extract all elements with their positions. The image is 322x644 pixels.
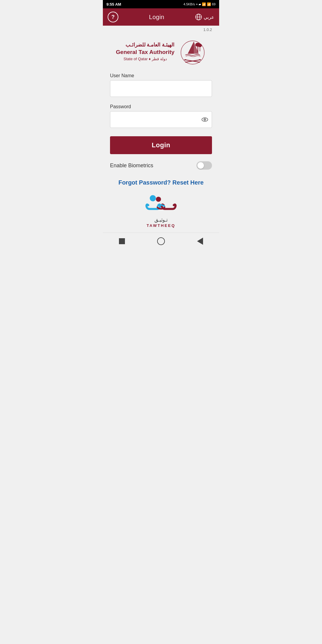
logo-text: الهيئـة العامـة للضرائـب General Tax Aut…	[116, 41, 174, 61]
password-section: Password	[110, 104, 212, 134]
username-input[interactable]	[110, 80, 212, 97]
square-icon	[119, 238, 125, 244]
nav-home-button[interactable]	[157, 237, 165, 245]
svg-rect-11	[184, 59, 186, 60]
gta-emblem	[179, 38, 206, 65]
tawtheeq-latin-text: TAWTHEEQ	[147, 223, 176, 228]
status-icons: 4.5KB/s ⌖ ▰ 📶 📶 69	[183, 2, 216, 6]
username-label: User Name	[110, 73, 212, 78]
help-icon: ?	[112, 14, 115, 20]
back-icon	[197, 238, 203, 245]
nav-back-button[interactable]	[197, 238, 203, 245]
tawtheeq-area: تـوثيـق TAWTHEEQ	[143, 193, 179, 228]
version-row: 1.0.2	[110, 26, 212, 33]
main-content: 1.0.2 الهيئـة العامـة للضرائـب General T…	[103, 26, 219, 233]
logo-subline: State of Qatar ♦ دولة قطر	[116, 57, 174, 61]
nav-square-button[interactable]	[119, 238, 125, 244]
svg-point-17	[150, 195, 156, 202]
bluetooth-icon: ⌖	[196, 2, 198, 6]
svg-point-8	[198, 44, 202, 47]
tawtheeq-arabic-text: تـوثيـق	[154, 217, 168, 223]
svg-point-18	[156, 197, 161, 202]
biometrics-label: Enable Biometrics	[110, 162, 153, 169]
help-button[interactable]: ?	[108, 12, 118, 22]
globe-icon	[195, 13, 202, 21]
forgot-password-link[interactable]: Forgot Password? Reset Here	[118, 179, 204, 186]
bottom-nav	[103, 233, 219, 248]
toggle-password-button[interactable]	[201, 116, 208, 123]
language-label: عربي	[204, 14, 214, 20]
password-input[interactable]	[110, 111, 212, 128]
battery-level: 69	[212, 2, 216, 6]
logo-english-name: General Tax Authority	[116, 49, 174, 56]
toggle-thumb	[197, 162, 204, 169]
password-label: Password	[110, 104, 212, 109]
svg-marker-3	[188, 41, 194, 54]
status-bar: 9:55 AM 4.5KB/s ⌖ ▰ 📶 📶 69	[103, 0, 219, 8]
username-section: User Name	[110, 73, 212, 102]
wifi-icon: 📶	[207, 2, 211, 6]
home-icon	[157, 237, 165, 245]
biometrics-toggle[interactable]	[196, 161, 212, 170]
header-title: Login	[149, 14, 164, 21]
logo-area: الهيئـة العامـة للضرائـب General Tax Aut…	[110, 38, 212, 65]
login-button[interactable]: Login	[110, 136, 212, 154]
biometrics-row: Enable Biometrics	[110, 159, 212, 172]
battery-icon: ▰	[199, 2, 201, 6]
logo-arabic-name: الهيئـة العامـة للضرائـب	[116, 41, 174, 49]
tawtheeq-logo	[143, 193, 179, 217]
signal-icons: 📶	[202, 2, 206, 6]
eye-icon	[201, 116, 208, 123]
network-speed: 4.5KB/s	[183, 2, 195, 6]
version-text: 1.0.2	[203, 27, 212, 32]
language-button[interactable]: عربي	[195, 13, 214, 21]
svg-rect-12	[199, 59, 201, 60]
svg-point-16	[205, 119, 205, 120]
password-wrapper	[110, 111, 212, 128]
status-time: 9:55 AM	[106, 2, 121, 7]
app-header: ? Login عربي	[103, 8, 219, 26]
